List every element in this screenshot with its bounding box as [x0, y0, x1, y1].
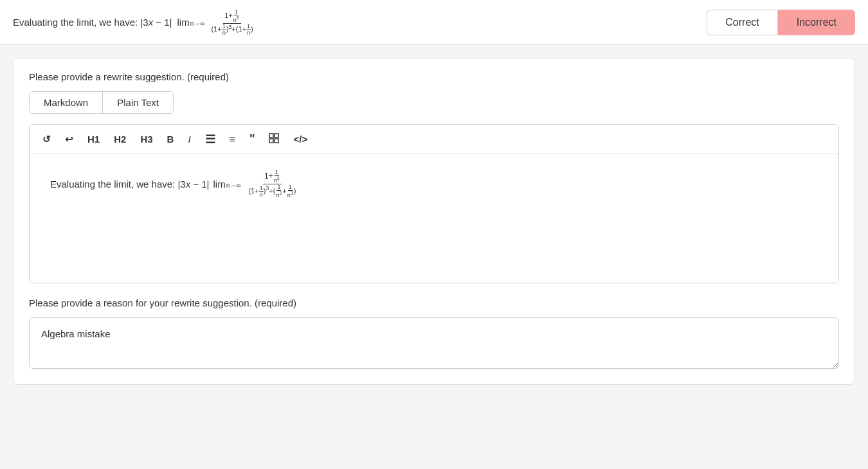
editor-wrapper: ↺ ↩ H1 H2 H3 B I ☰ ≡ " </>	[29, 124, 839, 283]
editor-tab-group: Markdown Plain Text	[29, 91, 174, 114]
editor-text-prefix: Evaluating the limit, we have: |3x − 1|	[50, 179, 210, 190]
correct-button[interactable]: Correct	[707, 10, 777, 35]
toolbar-h2[interactable]: H2	[111, 132, 129, 146]
svg-rect-2	[269, 139, 273, 143]
main-content: Please provide a rewrite suggestion. (re…	[0, 45, 868, 469]
top-bar: Evaluating the limit, we have: |3x − 1| …	[0, 0, 868, 45]
tab-markdown[interactable]: Markdown	[30, 92, 103, 113]
rewrite-form-card: Please provide a rewrite suggestion. (re…	[13, 58, 855, 385]
editor-big-fraction: 1+1n2 (1+1n)3+(1n2+1n3)	[247, 170, 297, 199]
svg-rect-1	[275, 134, 278, 137]
svg-rect-0	[269, 134, 273, 137]
tab-plain-text[interactable]: Plain Text	[103, 92, 173, 113]
rewrite-label: Please provide a rewrite suggestion. (re…	[29, 71, 839, 82]
toolbar-quote[interactable]: "	[247, 131, 258, 147]
top-math-lim: limn→∞	[177, 17, 205, 28]
reason-label: Please provide a reason for your rewrite…	[29, 297, 839, 308]
editor-toolbar: ↺ ↩ H1 H2 H3 B I ☰ ≡ " </>	[30, 125, 838, 154]
toolbar-refresh[interactable]: ↺	[40, 132, 53, 146]
toolbar-unordered-list[interactable]: ☰	[203, 132, 218, 146]
incorrect-button[interactable]: Incorrect	[778, 10, 855, 35]
toolbar-table[interactable]	[266, 132, 282, 146]
toolbar-italic[interactable]: I	[185, 132, 193, 146]
toolbar-code[interactable]: </>	[291, 132, 310, 146]
editor-content-area[interactable]: Evaluating the limit, we have: |3x − 1| …	[30, 154, 838, 283]
editor-math-display: Evaluating the limit, we have: |3x − 1| …	[50, 170, 818, 199]
top-bar-math-content: Evaluating the limit, we have: |3x − 1| …	[13, 9, 707, 36]
reason-input[interactable]: Algebra mistake	[29, 317, 839, 369]
verdict-buttons: Correct Incorrect	[707, 10, 855, 35]
svg-rect-3	[275, 139, 278, 143]
toolbar-h3[interactable]: H3	[138, 132, 155, 146]
top-math-text: Evaluating the limit, we have: |3x − 1|	[13, 17, 172, 28]
toolbar-bold[interactable]: B	[165, 132, 177, 146]
editor-lim: limn→∞	[213, 179, 241, 190]
toolbar-ordered-list[interactable]: ≡	[227, 132, 238, 146]
toolbar-undo[interactable]: ↩	[62, 132, 76, 146]
top-math-fraction: 1+1n2 (1+1n)3+(1+1n)	[210, 9, 254, 36]
toolbar-h1[interactable]: H1	[85, 132, 102, 146]
